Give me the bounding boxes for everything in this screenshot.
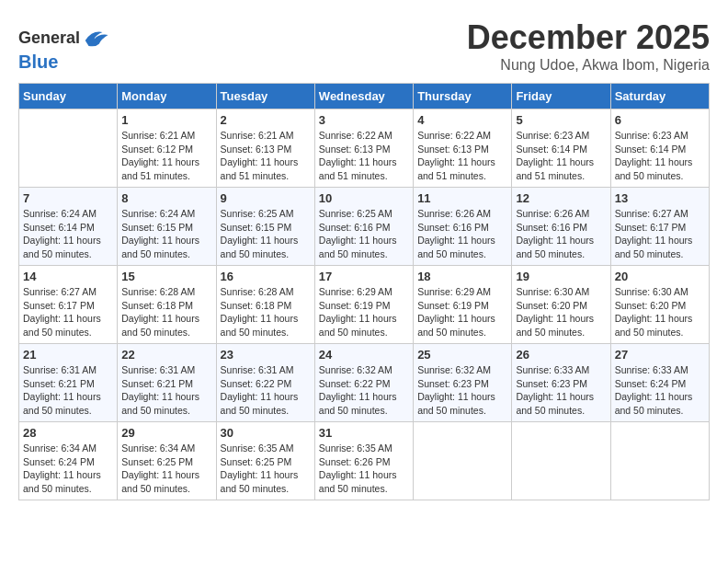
- calendar-cell: 9Sunrise: 6:25 AMSunset: 6:15 PMDaylight…: [216, 188, 314, 266]
- day-number: 29: [121, 426, 211, 440]
- location-title: Nung Udoe, Akwa Ibom, Nigeria: [467, 57, 710, 74]
- calendar-cell: 10Sunrise: 6:25 AMSunset: 6:16 PMDayligh…: [314, 188, 413, 266]
- calendar-cell: 15Sunrise: 6:28 AMSunset: 6:18 PMDayligh…: [118, 266, 216, 344]
- day-number: 18: [417, 270, 507, 283]
- logo-blue-text: Blue: [18, 52, 109, 73]
- day-number: 2: [221, 113, 311, 127]
- weekday-header-saturday: Saturday: [610, 84, 709, 109]
- day-number: 4: [417, 113, 507, 127]
- calendar-week-row: 28Sunrise: 6:34 AMSunset: 6:24 PMDayligh…: [19, 422, 710, 500]
- calendar-cell: 8Sunrise: 6:24 AMSunset: 6:15 PMDaylight…: [118, 188, 216, 266]
- day-info: Sunrise: 6:35 AMSunset: 6:25 PMDaylight:…: [221, 442, 311, 496]
- day-number: 14: [23, 270, 113, 283]
- day-info: Sunrise: 6:28 AMSunset: 6:18 PMDaylight:…: [221, 285, 311, 339]
- logo-text: General: [18, 29, 80, 48]
- calendar-table: SundayMondayTuesdayWednesdayThursdayFrid…: [18, 83, 710, 500]
- day-number: 3: [319, 113, 409, 127]
- day-number: 13: [615, 191, 705, 205]
- day-info: Sunrise: 6:21 AMSunset: 6:13 PMDaylight:…: [221, 129, 311, 183]
- calendar-week-row: 14Sunrise: 6:27 AMSunset: 6:17 PMDayligh…: [19, 266, 710, 344]
- day-number: 19: [516, 270, 606, 283]
- day-number: 17: [319, 270, 409, 283]
- calendar-cell: 18Sunrise: 6:29 AMSunset: 6:19 PMDayligh…: [414, 266, 512, 344]
- day-number: 21: [23, 348, 113, 362]
- calendar-cell: 24Sunrise: 6:32 AMSunset: 6:22 PMDayligh…: [314, 344, 413, 422]
- calendar-cell: 21Sunrise: 6:31 AMSunset: 6:21 PMDayligh…: [19, 344, 118, 422]
- calendar-cell: 1Sunrise: 6:21 AMSunset: 6:12 PMDaylight…: [118, 109, 216, 188]
- weekday-header-row: SundayMondayTuesdayWednesdayThursdayFrid…: [19, 84, 710, 109]
- day-info: Sunrise: 6:32 AMSunset: 6:23 PMDaylight:…: [417, 363, 507, 418]
- calendar-cell: 23Sunrise: 6:31 AMSunset: 6:22 PMDayligh…: [216, 344, 314, 422]
- logo: General Blue: [18, 26, 109, 73]
- day-number: 11: [417, 191, 507, 205]
- calendar-cell: [414, 422, 512, 500]
- month-title: December 2025: [467, 18, 710, 57]
- calendar-cell: 19Sunrise: 6:30 AMSunset: 6:20 PMDayligh…: [512, 266, 610, 344]
- day-info: Sunrise: 6:25 AMSunset: 6:15 PMDaylight:…: [221, 207, 311, 261]
- day-info: Sunrise: 6:24 AMSunset: 6:14 PMDaylight:…: [23, 207, 113, 261]
- day-number: 25: [417, 348, 507, 362]
- day-number: 8: [121, 191, 211, 205]
- day-info: Sunrise: 6:32 AMSunset: 6:22 PMDaylight:…: [319, 363, 409, 418]
- day-info: Sunrise: 6:23 AMSunset: 6:14 PMDaylight:…: [615, 129, 705, 183]
- day-info: Sunrise: 6:22 AMSunset: 6:13 PMDaylight:…: [417, 129, 507, 183]
- day-number: 6: [615, 113, 705, 127]
- calendar-cell: 17Sunrise: 6:29 AMSunset: 6:19 PMDayligh…: [314, 266, 413, 344]
- day-info: Sunrise: 6:22 AMSunset: 6:13 PMDaylight:…: [319, 129, 409, 183]
- weekday-header-sunday: Sunday: [19, 84, 118, 109]
- calendar-cell: 12Sunrise: 6:26 AMSunset: 6:16 PMDayligh…: [512, 188, 610, 266]
- calendar-cell: 29Sunrise: 6:34 AMSunset: 6:25 PMDayligh…: [118, 422, 216, 500]
- day-info: Sunrise: 6:27 AMSunset: 6:17 PMDaylight:…: [23, 285, 113, 339]
- calendar-cell: 22Sunrise: 6:31 AMSunset: 6:21 PMDayligh…: [118, 344, 216, 422]
- day-info: Sunrise: 6:34 AMSunset: 6:24 PMDaylight:…: [23, 442, 113, 496]
- day-number: 26: [516, 348, 606, 362]
- day-number: 20: [615, 270, 705, 283]
- logo-bird-icon: [82, 26, 109, 52]
- weekday-header-monday: Monday: [118, 84, 216, 109]
- header: General Blue December 2025 Nung Udoe, Ak…: [18, 18, 710, 74]
- day-info: Sunrise: 6:27 AMSunset: 6:17 PMDaylight:…: [615, 207, 705, 261]
- calendar-cell: 5Sunrise: 6:23 AMSunset: 6:14 PMDaylight…: [512, 109, 610, 188]
- day-info: Sunrise: 6:31 AMSunset: 6:21 PMDaylight:…: [23, 363, 113, 418]
- calendar-cell: 20Sunrise: 6:30 AMSunset: 6:20 PMDayligh…: [610, 266, 709, 344]
- day-info: Sunrise: 6:21 AMSunset: 6:12 PMDaylight:…: [121, 129, 211, 183]
- day-info: Sunrise: 6:26 AMSunset: 6:16 PMDaylight:…: [417, 207, 507, 261]
- calendar-cell: 2Sunrise: 6:21 AMSunset: 6:13 PMDaylight…: [216, 109, 314, 188]
- day-info: Sunrise: 6:28 AMSunset: 6:18 PMDaylight:…: [121, 285, 211, 339]
- calendar-cell: 6Sunrise: 6:23 AMSunset: 6:14 PMDaylight…: [610, 109, 709, 188]
- day-info: Sunrise: 6:25 AMSunset: 6:16 PMDaylight:…: [319, 207, 409, 261]
- title-section: December 2025 Nung Udoe, Akwa Ibom, Nige…: [467, 18, 710, 74]
- calendar-cell: 16Sunrise: 6:28 AMSunset: 6:18 PMDayligh…: [216, 266, 314, 344]
- calendar-week-row: 7Sunrise: 6:24 AMSunset: 6:14 PMDaylight…: [19, 188, 710, 266]
- calendar-cell: 11Sunrise: 6:26 AMSunset: 6:16 PMDayligh…: [414, 188, 512, 266]
- calendar-cell: 31Sunrise: 6:35 AMSunset: 6:26 PMDayligh…: [314, 422, 413, 500]
- calendar-cell: 28Sunrise: 6:34 AMSunset: 6:24 PMDayligh…: [19, 422, 118, 500]
- day-info: Sunrise: 6:30 AMSunset: 6:20 PMDaylight:…: [615, 285, 705, 339]
- calendar-cell: [610, 422, 709, 500]
- calendar-cell: 14Sunrise: 6:27 AMSunset: 6:17 PMDayligh…: [19, 266, 118, 344]
- day-number: 23: [221, 348, 311, 362]
- day-number: 7: [23, 191, 113, 205]
- day-number: 15: [121, 270, 211, 283]
- day-info: Sunrise: 6:26 AMSunset: 6:16 PMDaylight:…: [516, 207, 606, 261]
- weekday-header-tuesday: Tuesday: [216, 84, 314, 109]
- day-info: Sunrise: 6:34 AMSunset: 6:25 PMDaylight:…: [121, 442, 211, 496]
- day-info: Sunrise: 6:24 AMSunset: 6:15 PMDaylight:…: [121, 207, 211, 261]
- day-info: Sunrise: 6:23 AMSunset: 6:14 PMDaylight:…: [516, 129, 606, 183]
- day-number: 28: [23, 426, 113, 440]
- day-info: Sunrise: 6:30 AMSunset: 6:20 PMDaylight:…: [516, 285, 606, 339]
- calendar-cell: 30Sunrise: 6:35 AMSunset: 6:25 PMDayligh…: [216, 422, 314, 500]
- day-info: Sunrise: 6:33 AMSunset: 6:24 PMDaylight:…: [615, 363, 705, 418]
- day-number: 12: [516, 191, 606, 205]
- calendar-week-row: 1Sunrise: 6:21 AMSunset: 6:12 PMDaylight…: [19, 109, 710, 188]
- day-number: 27: [615, 348, 705, 362]
- day-number: 30: [221, 426, 311, 440]
- day-number: 22: [121, 348, 211, 362]
- calendar-cell: 3Sunrise: 6:22 AMSunset: 6:13 PMDaylight…: [314, 109, 413, 188]
- day-info: Sunrise: 6:31 AMSunset: 6:22 PMDaylight:…: [221, 363, 311, 418]
- day-number: 31: [319, 426, 409, 440]
- day-number: 9: [221, 191, 311, 205]
- day-number: 5: [516, 113, 606, 127]
- calendar-week-row: 21Sunrise: 6:31 AMSunset: 6:21 PMDayligh…: [19, 344, 710, 422]
- day-info: Sunrise: 6:33 AMSunset: 6:23 PMDaylight:…: [516, 363, 606, 418]
